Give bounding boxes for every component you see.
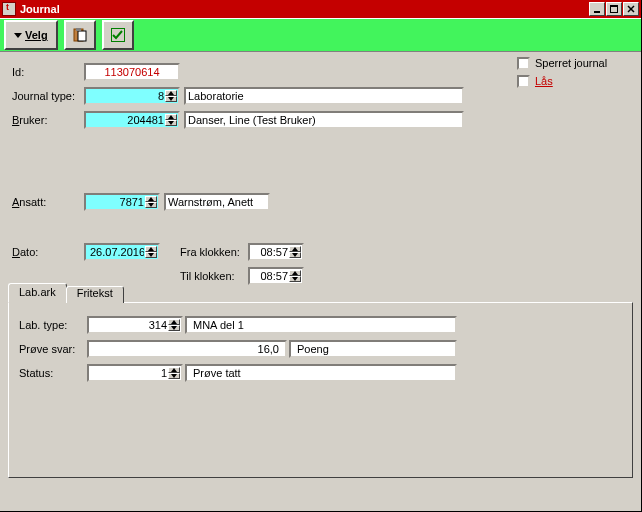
svg-marker-15 (148, 203, 154, 207)
prove-svar-unit-field[interactable] (289, 340, 457, 358)
tab-fritekst[interactable]: Fritekst (66, 286, 124, 303)
svg-marker-24 (171, 368, 177, 372)
journal-type-text-field[interactable] (184, 87, 464, 105)
bruker-text-input[interactable] (188, 113, 460, 127)
fra-time-input[interactable] (252, 245, 288, 259)
svg-marker-21 (292, 277, 298, 281)
window-controls (589, 2, 639, 16)
right-panel: Sperret journal Lås (517, 54, 627, 90)
spin-down-icon[interactable] (289, 252, 301, 258)
laas-checkbox[interactable] (517, 75, 530, 88)
paste-button[interactable] (64, 20, 96, 50)
status-spinner[interactable] (87, 364, 183, 382)
svg-marker-22 (171, 320, 177, 324)
svg-rect-0 (594, 11, 600, 13)
id-label: Id: (12, 66, 84, 78)
tab-strip: Lab.ark Fritekst (8, 283, 633, 303)
minimize-button[interactable] (589, 2, 605, 16)
til-time-input[interactable] (252, 269, 288, 283)
confirm-button[interactable] (102, 20, 134, 50)
status-input[interactable] (91, 366, 167, 380)
prove-svar-field[interactable] (87, 340, 287, 358)
svg-marker-13 (168, 121, 174, 125)
lab-type-label: Lab. type: (19, 319, 87, 331)
velg-button[interactable]: Velg (4, 20, 58, 50)
close-button[interactable] (623, 2, 639, 16)
dato-input[interactable] (88, 245, 144, 259)
svg-marker-23 (171, 326, 177, 330)
window-title: Journal (20, 3, 589, 15)
svg-marker-17 (148, 253, 154, 257)
lab-type-text-field[interactable] (185, 316, 457, 334)
til-klokken-label: Til klokken: (180, 270, 248, 282)
ansatt-label: Ansatt: (12, 196, 84, 208)
tab-labark[interactable]: Lab.ark (8, 283, 67, 303)
laas-label[interactable]: Lås (535, 75, 553, 87)
lab-type-input[interactable] (91, 318, 167, 332)
spin-down-icon[interactable] (145, 202, 157, 208)
spin-down-icon[interactable] (289, 276, 301, 282)
velg-label: Velg (25, 29, 48, 41)
svg-rect-7 (78, 31, 86, 41)
id-field[interactable] (84, 63, 180, 81)
svg-marker-20 (292, 271, 298, 275)
tab-body: Lab. type: Prøve svar: (8, 302, 633, 478)
svg-marker-25 (171, 374, 177, 378)
status-text-field[interactable] (185, 364, 457, 382)
dato-spinner[interactable] (84, 243, 160, 261)
svg-marker-11 (168, 97, 174, 101)
ansatt-input[interactable] (88, 195, 144, 209)
bruker-spinner[interactable] (84, 111, 180, 129)
ansatt-spinner[interactable] (84, 193, 160, 211)
spin-down-icon[interactable] (168, 373, 180, 379)
svg-marker-16 (148, 247, 154, 251)
svg-marker-5 (14, 33, 22, 38)
svg-marker-19 (292, 253, 298, 257)
fra-time-spinner[interactable] (248, 243, 304, 261)
journal-type-text-input[interactable] (188, 89, 460, 103)
svg-marker-12 (168, 115, 174, 119)
sperret-label: Sperret journal (535, 57, 607, 69)
sperret-checkbox[interactable] (517, 57, 530, 70)
journal-type-input[interactable] (88, 89, 164, 103)
app-window: Journal Velg (0, 0, 642, 512)
check-icon (110, 27, 126, 43)
laas-checkbox-row[interactable]: Lås (517, 72, 627, 90)
dato-label: Dato: (12, 246, 84, 258)
bruker-label: Bruker: (12, 114, 84, 126)
app-icon (2, 2, 16, 16)
svg-marker-18 (292, 247, 298, 251)
prove-svar-unit-input[interactable] (295, 342, 451, 356)
form-area: Sperret journal Lås Id: Journal type: (0, 52, 641, 286)
spin-down-icon[interactable] (145, 252, 157, 258)
prove-svar-label: Prøve svar: (19, 343, 87, 355)
lab-type-text-input[interactable] (191, 318, 451, 332)
spin-down-icon[interactable] (165, 120, 177, 126)
clipboard-icon (72, 27, 88, 43)
journal-type-label: Journal type: (12, 90, 84, 102)
journal-type-spinner[interactable] (84, 87, 180, 105)
svg-marker-14 (148, 197, 154, 201)
titlebar: Journal (0, 0, 641, 18)
svg-marker-10 (168, 91, 174, 95)
sperret-checkbox-row[interactable]: Sperret journal (517, 54, 627, 72)
bruker-input[interactable] (88, 113, 164, 127)
svg-rect-2 (610, 5, 618, 7)
spin-down-icon[interactable] (168, 325, 180, 331)
ansatt-text-input[interactable] (168, 195, 266, 209)
status-text-input[interactable] (191, 366, 451, 380)
lab-type-spinner[interactable] (87, 316, 183, 334)
ansatt-text-field[interactable] (164, 193, 270, 211)
id-input[interactable] (88, 65, 176, 79)
bruker-text-field[interactable] (184, 111, 464, 129)
chevron-down-icon (14, 29, 22, 41)
spin-down-icon[interactable] (165, 96, 177, 102)
toolbar: Velg (0, 18, 641, 52)
status-label: Status: (19, 367, 87, 379)
fra-klokken-label: Fra klokken: (180, 246, 248, 258)
svg-rect-8 (76, 28, 81, 31)
prove-svar-input[interactable] (93, 342, 281, 356)
tab-area: Lab.ark Fritekst Lab. type: Pr (8, 283, 633, 478)
maximize-button[interactable] (606, 2, 622, 16)
